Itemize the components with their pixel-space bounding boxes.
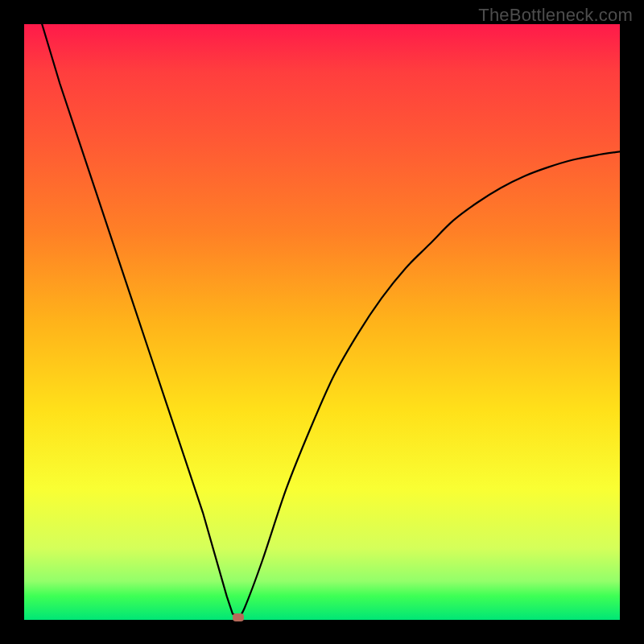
bottleneck-curve: [24, 24, 620, 620]
chart-frame: TheBottleneck.com: [0, 0, 644, 644]
watermark-label: TheBottleneck.com: [478, 5, 633, 26]
optimal-point-marker: [233, 613, 244, 621]
plot-area: [24, 24, 620, 620]
